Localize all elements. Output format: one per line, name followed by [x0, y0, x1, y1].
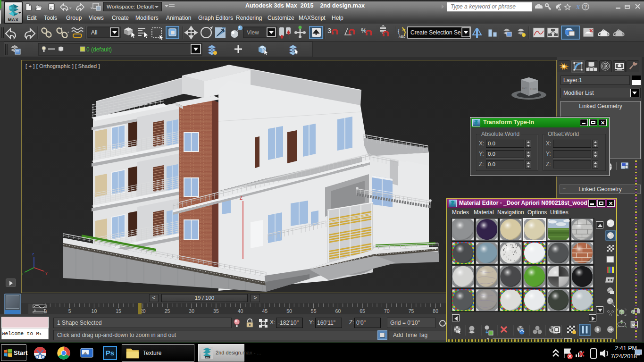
svg-text:35: 35 — [213, 308, 219, 314]
svg-text:y: y — [45, 270, 48, 275]
svg-text:75: 75 — [409, 308, 414, 314]
svg-text:60: 60 — [335, 308, 341, 314]
svg-text:65: 65 — [360, 308, 365, 314]
svg-text:Z: Z — [240, 195, 243, 201]
svg-text:25: 25 — [165, 308, 170, 314]
svg-text:3: 3 — [327, 26, 331, 34]
svg-text:LEFT: LEFT — [522, 87, 527, 89]
svg-text:Create Selection Se: Create Selection Se — [410, 29, 461, 36]
svg-text:30: 30 — [189, 308, 194, 314]
svg-text:5: 5 — [68, 308, 71, 314]
svg-text:0: 0 — [44, 308, 47, 314]
svg-text:FRONT: FRONT — [530, 88, 538, 90]
svg-text:z: z — [32, 252, 34, 256]
svg-text:x: x — [22, 271, 23, 276]
svg-text:X: X — [576, 3, 580, 10]
svg-text:{: { — [398, 27, 400, 34]
svg-text:10: 10 — [92, 308, 97, 314]
svg-text:50: 50 — [286, 308, 292, 314]
svg-text:?: ? — [584, 4, 587, 9]
svg-text:0 (default): 0 (default) — [86, 46, 112, 53]
svg-text:All: All — [91, 29, 97, 36]
svg-text:ABC: ABC — [399, 35, 405, 38]
svg-text:80: 80 — [433, 308, 438, 314]
svg-text:View: View — [247, 29, 259, 36]
svg-text:70: 70 — [384, 308, 390, 314]
svg-text:max: max — [206, 356, 209, 359]
svg-text:55: 55 — [311, 308, 317, 314]
svg-text:15: 15 — [116, 308, 121, 314]
svg-text:40: 40 — [238, 308, 243, 314]
svg-text:45: 45 — [262, 308, 268, 314]
